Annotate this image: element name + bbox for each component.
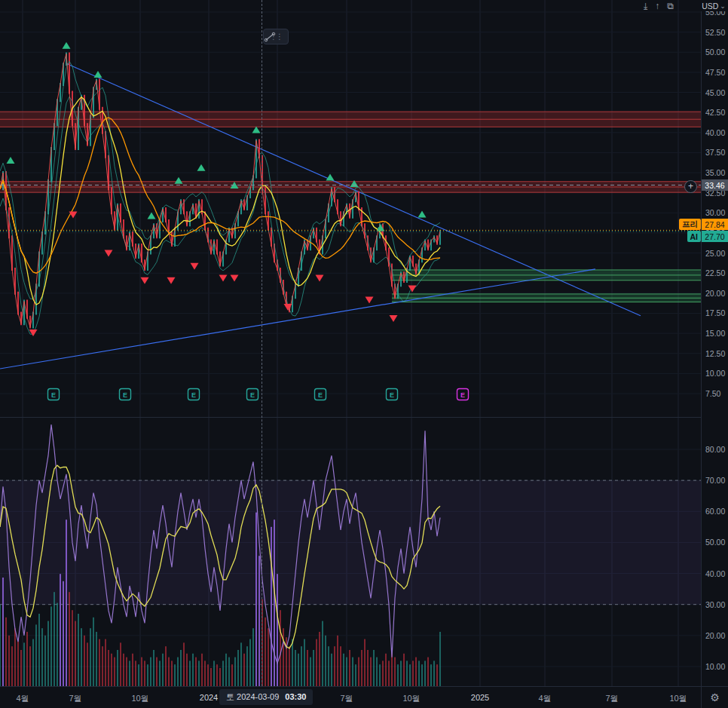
indicator-pane[interactable] <box>0 418 701 686</box>
indicator-axis-tick: 50.00 <box>705 538 725 547</box>
crosshair-price-badge: 33.46 <box>702 179 728 191</box>
svg-text:E: E <box>123 391 127 399</box>
premarket-price-badge: 프리 27.84 <box>679 219 728 230</box>
currency-label: USD <box>702 2 718 11</box>
price-axis-tick: 45.00 <box>705 88 725 97</box>
time-axis-month-label[interactable]: 4월 <box>538 693 551 704</box>
indicator-axis-tick: 10.00 <box>705 662 725 671</box>
indicator-axis-tick: 30.00 <box>705 600 725 609</box>
price-axis-tick: 35.00 <box>705 168 725 177</box>
price-axis-tick: 22.50 <box>705 268 725 277</box>
download-icon[interactable]: ⤓ <box>644 1 647 11</box>
premarket-label: 프리 <box>679 219 701 230</box>
svg-text:E: E <box>191 391 196 399</box>
trendline-tool-icon[interactable] <box>264 32 276 42</box>
time-axis-year-label[interactable]: 2024 <box>200 693 218 702</box>
indicator-axis-tick: 70.00 <box>705 476 725 485</box>
chevron-down-icon: ⌄ <box>720 2 726 10</box>
indicator-axis-tick: 80.00 <box>705 445 725 454</box>
arrow-up-icon[interactable]: ↑ <box>655 1 659 11</box>
ai-label: AI <box>687 231 702 242</box>
top-right-toolbar: ⤓ ↑ ⧉ <box>644 1 674 11</box>
price-axis-tick: 40.00 <box>705 128 725 137</box>
price-axis-tick: 25.00 <box>705 249 725 258</box>
gear-icon[interactable]: ⚙ <box>710 691 720 703</box>
currency-dropdown[interactable]: USD ⌄ <box>699 0 728 11</box>
indicator-axis-tick: 40.00 <box>705 569 725 578</box>
price-pane[interactable]: EEEEEEE <box>0 0 701 417</box>
indicator-axis-tick: 60.00 <box>705 507 725 516</box>
price-axis-tick: 30.00 <box>705 208 725 217</box>
premarket-value: 27.84 <box>702 219 728 230</box>
pane-divider[interactable] <box>0 417 728 418</box>
time-axis[interactable]: 토 2024-03-0903:30 4월7월10월20247월10월20254월… <box>0 686 728 708</box>
svg-text:E: E <box>390 391 394 399</box>
axis-settings-corner[interactable]: ⚙ <box>701 686 728 708</box>
time-axis-month-label[interactable]: 4월 <box>16 693 29 704</box>
time-axis-month-label[interactable]: 10월 <box>669 693 687 704</box>
price-axis-tick: 7.50 <box>705 389 720 398</box>
time-axis-month-label[interactable]: 7월 <box>605 693 618 704</box>
svg-text:E: E <box>460 391 465 399</box>
time-axis-month-label[interactable]: 7월 <box>69 693 81 704</box>
svg-text:E: E <box>250 391 255 399</box>
svg-text:E: E <box>51 391 56 399</box>
time-axis-month-label[interactable]: 10월 <box>131 693 148 704</box>
earnings-markers: EEEEEEE <box>48 389 469 400</box>
ma-fast-line <box>0 97 440 305</box>
price-axis-tick: 15.00 <box>705 329 725 338</box>
ai-value: 27.70 <box>702 231 728 242</box>
price-axis-tick: 20.00 <box>705 289 725 298</box>
svg-text:E: E <box>318 391 323 399</box>
price-axis-tick: 10.00 <box>705 369 725 378</box>
time-axis-year-label[interactable]: 2025 <box>471 693 489 702</box>
ai-price-badge: AI 27.70 <box>687 231 728 242</box>
price-axis-tick: 47.50 <box>705 68 725 77</box>
price-axis-tick: 42.50 <box>705 108 725 117</box>
trading-chart-app: EEEEEEE 55.0052.5050.0047.5045.0042.5040… <box>0 0 728 708</box>
indicator-axis-tick: 20.00 <box>705 631 725 640</box>
time-axis-month-label[interactable]: 7월 <box>340 693 353 704</box>
price-axis-tick: 37.50 <box>705 148 725 157</box>
price-axis-tick: 17.50 <box>705 308 725 317</box>
crosshair-date-chip: 토 2024-03-0903:30 <box>219 689 313 705</box>
time-axis-month-label[interactable]: 10월 <box>402 693 420 704</box>
price-axis-tick: 50.00 <box>705 48 725 57</box>
price-axis-tick: 52.50 <box>705 28 725 37</box>
price-axis-tick: 12.50 <box>705 349 725 358</box>
sell-signals <box>29 211 417 336</box>
floating-drawing-toolbar[interactable]: ⋮⋮ <box>263 29 289 44</box>
price-axis[interactable]: 55.0052.5050.0047.5045.0042.5040.0037.50… <box>701 0 728 686</box>
external-window-icon[interactable]: ⧉ <box>667 1 674 11</box>
add-alert-plus-button[interactable]: + <box>684 180 697 193</box>
